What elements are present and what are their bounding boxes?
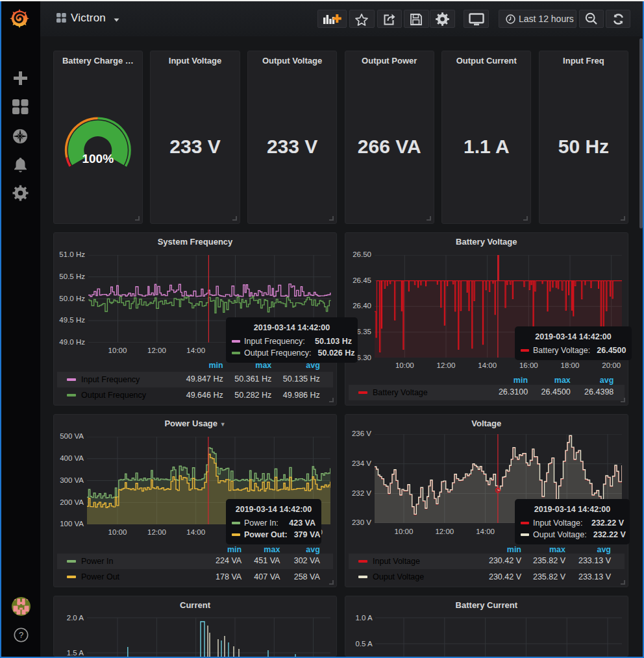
svg-text:?: ? (19, 630, 23, 640)
svg-text:100%: 100% (82, 151, 114, 165)
